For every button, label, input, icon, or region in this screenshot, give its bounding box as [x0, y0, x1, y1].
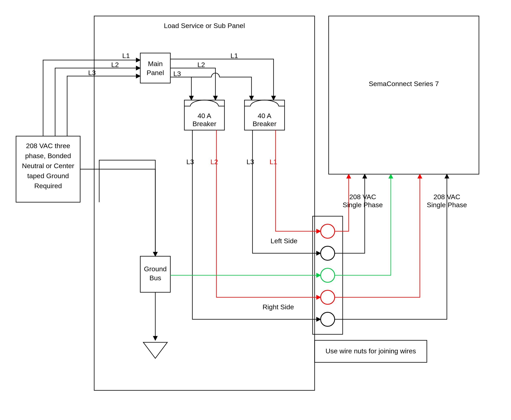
panel-outline	[94, 16, 315, 390]
wire-mp-l3a	[170, 77, 191, 100]
wire-b1-l3-nut5	[192, 180, 321, 319]
label-src-l2: L2	[111, 61, 119, 68]
main-panel-box	[140, 53, 170, 83]
breaker2-out-l1-lbl: L1	[270, 158, 277, 165]
ground-bus-l1: Ground	[144, 265, 167, 273]
left-side-label: Left Side	[271, 237, 297, 245]
panel-title: Load Service or Sub Panel	[164, 22, 245, 30]
breaker1-arc	[190, 100, 218, 106]
wire-src-l2	[55, 68, 140, 136]
breaker2-l2: Breaker	[253, 120, 276, 128]
wire-mp-l3c	[219, 77, 251, 100]
wire-nut4-dev	[335, 174, 420, 297]
earth-triangle	[143, 342, 167, 358]
breaker1-l1: 40 A	[198, 112, 211, 120]
nut-5-black	[321, 312, 335, 326]
wire-neutral-down	[99, 160, 155, 256]
source-line4: taped Ground	[27, 172, 69, 180]
ground-bus-l2: Bus	[149, 274, 161, 282]
note-text: Use wire nuts for joining wires	[325, 347, 416, 355]
breaker1-out-l3-lbl: L3	[186, 158, 194, 165]
breaker1-l2: Breaker	[192, 120, 216, 128]
wire-nut2-dev	[335, 174, 365, 253]
right-side-label: Right Side	[263, 303, 294, 311]
label-mp-l3: L3	[173, 70, 181, 77]
main-panel-l2: Panel	[147, 69, 164, 76]
nut-1-red	[321, 224, 335, 238]
nut-4-red	[321, 290, 335, 304]
wire-nut3-dev	[335, 174, 391, 275]
wire-b2-l1-nut1	[276, 180, 321, 231]
nut-3-green	[321, 268, 335, 282]
diagram-svg: Load Service or Sub Panel 208 VAC three …	[0, 0, 511, 420]
wire-src-l3	[67, 76, 140, 136]
label-mp-l2: L2	[197, 61, 205, 68]
breaker2-l1: 40 A	[258, 112, 271, 120]
wire-b1-l2-nut4	[217, 180, 321, 297]
wire-src-to-ground	[80, 169, 155, 256]
source-line3: Neutral or Center	[22, 162, 74, 170]
label-src-l3: L3	[88, 69, 96, 76]
source-line5: Required	[34, 182, 62, 190]
device-title: SemaConnect Series 7	[369, 80, 439, 88]
wiring-diagram: Load Service or Sub Panel 208 VAC three …	[0, 0, 511, 420]
breaker2-arc	[250, 100, 279, 106]
source-line1: 208 VAC three	[26, 142, 70, 150]
breaker1-out-l2-lbl: L2	[210, 158, 218, 165]
nut-2-black	[321, 246, 335, 260]
label-mp-l1: L1	[231, 52, 238, 60]
label-src-l1: L1	[122, 52, 130, 60]
main-panel-l1: Main	[148, 60, 163, 68]
source-line2: phase, Bonded	[25, 152, 71, 159]
wire-mp-l1	[170, 59, 273, 100]
breaker2-out-l3-lbl: L3	[247, 158, 254, 165]
device-box	[329, 16, 479, 174]
phase1-l1: 208 VAC	[349, 193, 376, 201]
